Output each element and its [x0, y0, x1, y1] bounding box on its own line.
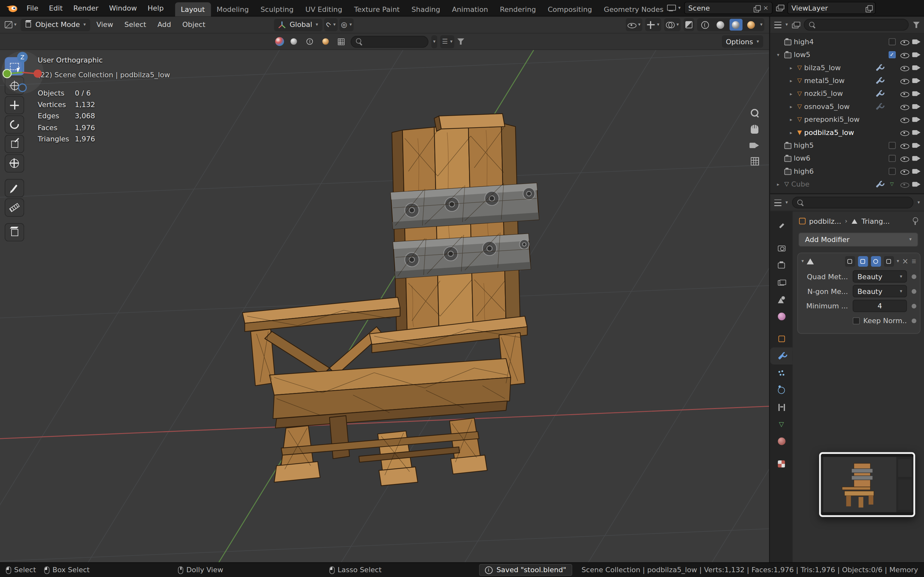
tab-animation[interactable]: Animation — [446, 2, 494, 16]
menu-file[interactable]: File — [21, 2, 44, 14]
expander-icon[interactable]: ▸ — [787, 91, 795, 97]
filter-grid-button[interactable] — [334, 35, 347, 47]
tool-scale[interactable] — [5, 135, 24, 153]
exclude-checkbox[interactable] — [888, 38, 895, 45]
properties-search[interactable] — [792, 197, 913, 208]
tab-object[interactable] — [771, 330, 793, 347]
viewport-canvas[interactable]: User Orthographic (22) Scene Collection … — [0, 50, 769, 562]
transform-orientation-dropdown[interactable]: Global ▾ — [274, 19, 322, 31]
tab-modeling[interactable]: Modeling — [211, 2, 255, 16]
shading-rendered-button[interactable] — [745, 19, 758, 31]
outliner-editor-chevron-icon[interactable]: ▾ — [785, 23, 788, 27]
outliner-row-pereponki5-low[interactable]: ▸ ▽ pereponki5_low — [771, 113, 924, 126]
overlays-dropdown[interactable]: ▾ — [664, 18, 680, 31]
outliner-row-low6[interactable]: low6 — [771, 152, 924, 165]
outliner-row-high5[interactable]: high5 — [771, 139, 924, 152]
camera-view-icon[interactable] — [750, 141, 760, 149]
filter-circle-button[interactable] — [319, 35, 332, 47]
editor-type-outliner-icon[interactable] — [774, 21, 781, 28]
scene-browse-chevron-icon[interactable]: ▾ — [678, 5, 680, 10]
ngon-method-select[interactable]: Beauty▾ — [853, 285, 907, 298]
eye-icon[interactable] — [900, 90, 909, 97]
properties-options-chevron-icon[interactable]: ▾ — [918, 200, 920, 205]
filter-dropdown-1[interactable]: ▾ — [431, 35, 437, 48]
xray-toggle[interactable] — [684, 18, 694, 31]
camera-icon[interactable] — [912, 168, 921, 175]
breadcrumb-object[interactable]: podbilz... — [809, 217, 841, 226]
tab-shading[interactable]: Shading — [405, 2, 446, 16]
camera-icon[interactable] — [912, 116, 921, 123]
menu-edit[interactable]: Edit — [44, 2, 68, 14]
exclude-checkbox[interactable]: ✓ — [888, 51, 895, 58]
filter-halfsphere-button[interactable] — [303, 35, 316, 47]
expander-icon[interactable]: ▸ — [787, 65, 795, 71]
eye-icon[interactable] — [900, 116, 909, 123]
quad-method-select[interactable]: Beauty▾ — [853, 270, 907, 283]
filter-dropdown-2[interactable]: ☰▾ — [440, 35, 454, 48]
tab-scene[interactable] — [771, 291, 793, 308]
add-modifier-dropdown[interactable]: Add Modifier ▾ — [798, 233, 918, 247]
expander-icon[interactable]: ▸ — [774, 182, 782, 187]
extras-chevron-icon[interactable]: ▾ — [897, 259, 899, 263]
filter-sphere-button[interactable] — [287, 35, 300, 47]
outliner-filter-icon[interactable] — [913, 21, 920, 28]
outliner-row-osnova5-low[interactable]: ▸ ▽ osnova5_low — [771, 100, 924, 113]
editor-type-properties-icon[interactable] — [774, 199, 781, 206]
options-dropdown[interactable]: Options ▾ — [722, 35, 763, 48]
outliner-row-high6[interactable]: high6 — [771, 165, 924, 177]
proportional-edit-group[interactable]: ◎ ▾ — [339, 18, 354, 31]
screenshot-preview-thumbnail[interactable] — [819, 452, 915, 517]
eye-icon[interactable] — [900, 51, 909, 59]
menu-add[interactable]: Add — [153, 19, 176, 31]
camera-icon[interactable] — [912, 51, 921, 58]
tool-transform[interactable] — [5, 154, 24, 172]
eye-icon[interactable] — [900, 38, 909, 45]
eye-icon[interactable] — [900, 77, 909, 85]
editor-type-3d-icon[interactable] — [5, 21, 13, 28]
tab-physics[interactable] — [771, 382, 793, 398]
zoom-icon[interactable] — [751, 109, 758, 117]
tab-modifiers[interactable] — [771, 348, 793, 364]
minimum-vertices-field[interactable]: 4 — [853, 300, 907, 312]
outliner-row-low5[interactable]: ▾ low5 ✓ — [771, 48, 924, 61]
scene-selector[interactable]: Scene × — [684, 2, 772, 15]
expander-icon[interactable]: ▸ — [787, 130, 795, 135]
outliner-row-cube[interactable]: ▸ ▽ Cube ▽ — [771, 178, 924, 191]
expander-icon[interactable]: ▸ — [787, 104, 795, 109]
eye-icon[interactable] — [900, 142, 909, 149]
keep-normals-checkbox[interactable] — [853, 317, 860, 324]
outliner-row-bilza5-low[interactable]: ▸ ▽ bilza5_low — [771, 61, 924, 74]
new-scene-icon[interactable] — [754, 5, 759, 11]
menu-object[interactable]: Object — [178, 19, 210, 31]
expander-icon[interactable]: ▸ — [787, 117, 795, 122]
camera-icon[interactable] — [912, 155, 921, 162]
eye-icon[interactable] — [900, 103, 909, 111]
tab-view-layer[interactable] — [771, 274, 793, 291]
camera-icon[interactable] — [912, 90, 921, 97]
tab-compositing[interactable]: Compositing — [542, 2, 598, 16]
tab-constraints[interactable] — [771, 398, 793, 416]
eye-icon[interactable] — [900, 64, 909, 71]
tab-world[interactable] — [771, 308, 793, 325]
shading-material-button[interactable] — [730, 19, 742, 31]
tab-particles[interactable] — [771, 364, 793, 382]
eye-icon[interactable] — [900, 155, 909, 162]
eye-icon[interactable] — [900, 168, 909, 175]
shading-options-chevron-icon[interactable]: ▾ — [760, 23, 762, 27]
pan-hand-icon[interactable] — [751, 125, 758, 134]
viewlayer-selector[interactable]: ViewLayer — [787, 2, 876, 15]
camera-icon[interactable] — [912, 64, 921, 71]
outliner-row-high4[interactable]: high4 — [771, 35, 924, 48]
breadcrumb-modifier[interactable]: Triang... — [861, 217, 890, 226]
properties-editor-chevron-icon[interactable]: ▾ — [785, 200, 788, 205]
realtime-toggle[interactable] — [858, 256, 868, 266]
tool-add-cube[interactable] — [5, 223, 24, 242]
render-toggle[interactable] — [871, 256, 881, 266]
tab-object-data[interactable]: ▽ — [771, 416, 793, 433]
camera-icon[interactable] — [912, 181, 921, 188]
eye-icon[interactable] — [900, 129, 909, 136]
tab-uv-editing[interactable]: UV Editing — [299, 2, 348, 16]
tab-output[interactable] — [771, 257, 793, 274]
decorator-dot[interactable] — [911, 303, 916, 308]
editor-type-chevron-icon[interactable]: ▾ — [14, 23, 16, 27]
